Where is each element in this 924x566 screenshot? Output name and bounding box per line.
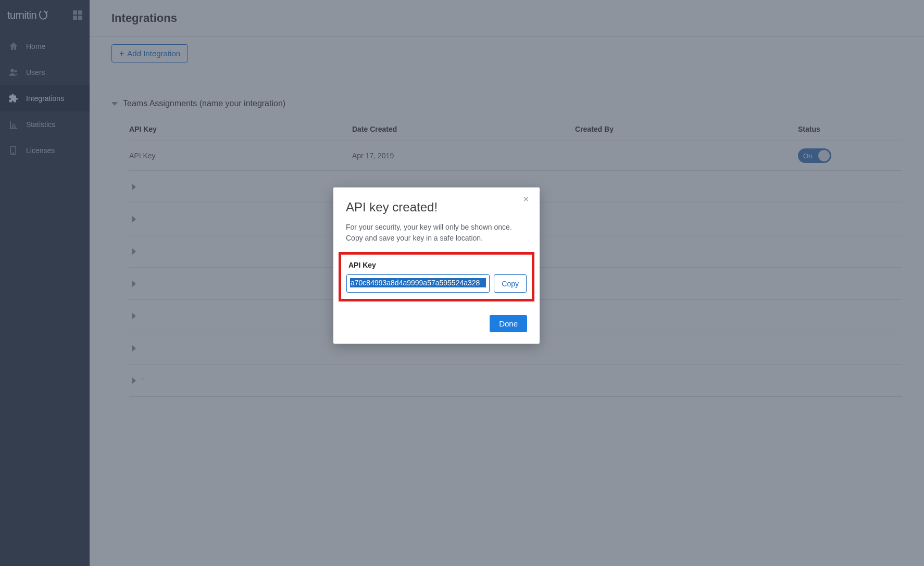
api-key-row: a70c84993a8d4a9999a57a595524a328 Copy	[345, 274, 528, 293]
api-key-highlight: API Key a70c84993a8d4a9999a57a595524a328…	[339, 252, 534, 301]
api-key-input[interactable]: a70c84993a8d4a9999a57a595524a328	[346, 274, 490, 293]
api-key-value: a70c84993a8d4a9999a57a595524a328	[350, 278, 486, 287]
api-key-field-label: API Key	[345, 261, 528, 269]
api-key-modal: × API key created! For your security, yo…	[333, 187, 540, 344]
modal-footer: Done	[346, 315, 527, 332]
copy-button[interactable]: Copy	[494, 274, 527, 293]
modal-description: For your security, your key will only be…	[346, 222, 527, 244]
done-button[interactable]: Done	[490, 315, 527, 332]
modal-title: API key created!	[346, 200, 527, 215]
close-icon[interactable]: ×	[523, 194, 532, 203]
